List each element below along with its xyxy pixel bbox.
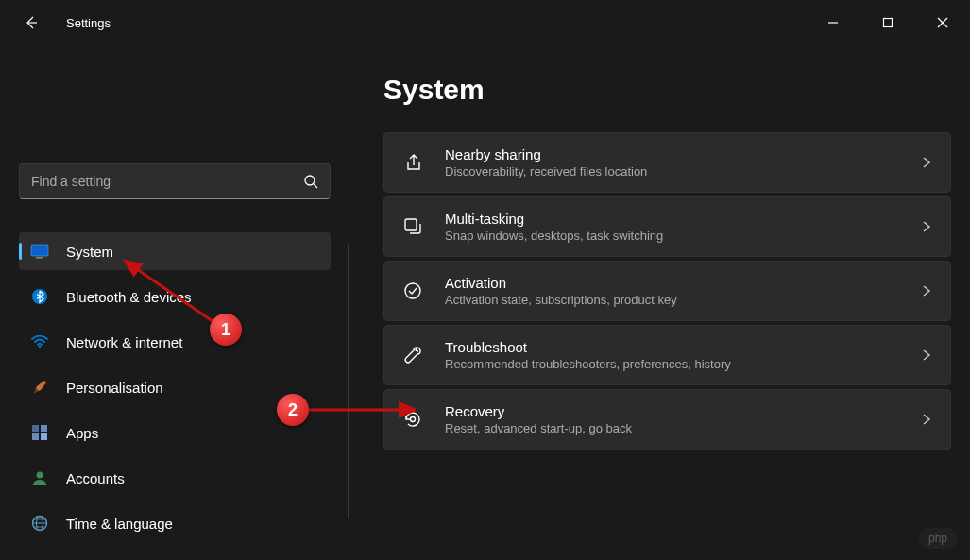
card-text: Troubleshoot Recommended troubleshooters…: [445, 339, 899, 371]
maximize-icon: [882, 17, 893, 28]
sidebar-item-accounts[interactable]: Accounts: [19, 459, 331, 497]
svg-rect-13: [41, 433, 47, 440]
settings-card-recovery[interactable]: Recovery Reset, advanced start-up, go ba…: [383, 389, 951, 450]
svg-rect-6: [31, 245, 48, 256]
card-title: Multi-tasking: [445, 211, 899, 227]
bluetooth-icon: [30, 287, 49, 306]
card-title: Nearby sharing: [445, 146, 899, 162]
sidebar-item-label: Accounts: [66, 470, 125, 486]
settings-list: Nearby sharing Discoverability, received…: [383, 132, 951, 450]
sidebar-item-time-language[interactable]: Time & language: [19, 504, 331, 542]
accounts-icon: [30, 468, 49, 487]
recovery-icon: [401, 408, 424, 431]
chevron-right-icon: [920, 220, 933, 233]
card-text: Nearby sharing Discoverability, received…: [445, 146, 899, 178]
annotation-badge-1: 1: [210, 314, 242, 346]
sidebar-item-label: Network & internet: [66, 334, 182, 350]
close-icon: [937, 17, 948, 28]
window-controls: [806, 0, 970, 45]
card-subtitle: Snap windows, desktops, task switching: [445, 229, 899, 243]
nav-list: System Bluetooth & devices Network & int…: [19, 232, 331, 542]
sidebar-item-label: System: [66, 244, 113, 260]
chevron-right-icon: [920, 156, 933, 169]
back-arrow-icon: [23, 15, 38, 30]
apps-icon: [30, 423, 49, 442]
svg-rect-11: [41, 425, 47, 432]
settings-card-nearby-sharing[interactable]: Nearby sharing Discoverability, received…: [383, 132, 951, 193]
search-box[interactable]: [19, 163, 331, 199]
card-title: Recovery: [445, 403, 899, 419]
multitask-icon: [401, 215, 424, 238]
back-button[interactable]: [21, 13, 40, 32]
svg-point-22: [411, 417, 416, 422]
troubleshoot-icon: [401, 344, 424, 366]
sidebar-item-system[interactable]: System: [19, 232, 331, 270]
network-icon: [30, 332, 49, 351]
sidebar-item-label: Personalisation: [66, 380, 163, 396]
main-panel: System Nearby sharing Discoverability, r…: [349, 45, 970, 560]
titlebar: Settings: [0, 0, 970, 45]
card-title: Troubleshoot: [445, 339, 899, 355]
svg-rect-12: [32, 433, 39, 440]
card-subtitle: Discoverability, received files location: [445, 164, 899, 178]
svg-point-21: [405, 283, 420, 298]
card-subtitle: Activation state, subscriptions, product…: [445, 293, 899, 307]
window-title: Settings: [66, 16, 111, 30]
svg-rect-20: [405, 219, 417, 230]
maximize-button[interactable]: [860, 0, 915, 45]
sidebar-item-network[interactable]: Network & internet: [19, 323, 331, 361]
settings-card-activation[interactable]: Activation Activation state, subscriptio…: [383, 261, 951, 321]
card-text: Activation Activation state, subscriptio…: [445, 275, 899, 307]
card-subtitle: Reset, advanced start-up, go back: [445, 421, 899, 435]
share-icon: [401, 151, 424, 174]
system-icon: [30, 242, 49, 261]
minimize-icon: [827, 17, 839, 28]
close-button[interactable]: [915, 0, 970, 45]
svg-rect-1: [884, 19, 893, 27]
search-icon: [303, 174, 318, 189]
svg-point-14: [37, 472, 43, 479]
card-text: Multi-tasking Snap windows, desktops, ta…: [445, 211, 899, 243]
sidebar-item-label: Bluetooth & devices: [66, 289, 192, 305]
svg-point-9: [39, 346, 42, 348]
svg-rect-10: [32, 425, 39, 432]
sidebar: System Bluetooth & devices Network & int…: [0, 45, 349, 560]
chevron-right-icon: [920, 284, 933, 297]
page-title: System: [383, 74, 951, 106]
sidebar-item-label: Time & language: [66, 516, 173, 532]
divider: [348, 244, 349, 518]
sidebar-item-label: Apps: [66, 425, 98, 441]
titlebar-left: Settings: [21, 13, 111, 32]
card-subtitle: Recommended troubleshooters, preferences…: [445, 357, 899, 371]
personalisation-icon: [30, 378, 49, 397]
svg-rect-7: [36, 257, 43, 259]
settings-card-troubleshoot[interactable]: Troubleshoot Recommended troubleshooters…: [383, 325, 951, 385]
svg-line-5: [314, 184, 317, 188]
card-title: Activation: [445, 275, 899, 291]
sidebar-item-bluetooth[interactable]: Bluetooth & devices: [19, 278, 331, 315]
svg-point-4: [305, 176, 315, 185]
minimize-button[interactable]: [806, 0, 860, 45]
search-input[interactable]: [31, 174, 294, 189]
chevron-right-icon: [920, 413, 933, 426]
annotation-badge-2: 2: [277, 394, 309, 426]
watermark: php: [919, 528, 957, 549]
chevron-right-icon: [920, 348, 933, 362]
activation-icon: [401, 280, 424, 302]
settings-card-multitasking[interactable]: Multi-tasking Snap windows, desktops, ta…: [383, 196, 951, 257]
time-language-icon: [30, 514, 49, 533]
card-text: Recovery Reset, advanced start-up, go ba…: [445, 403, 899, 435]
